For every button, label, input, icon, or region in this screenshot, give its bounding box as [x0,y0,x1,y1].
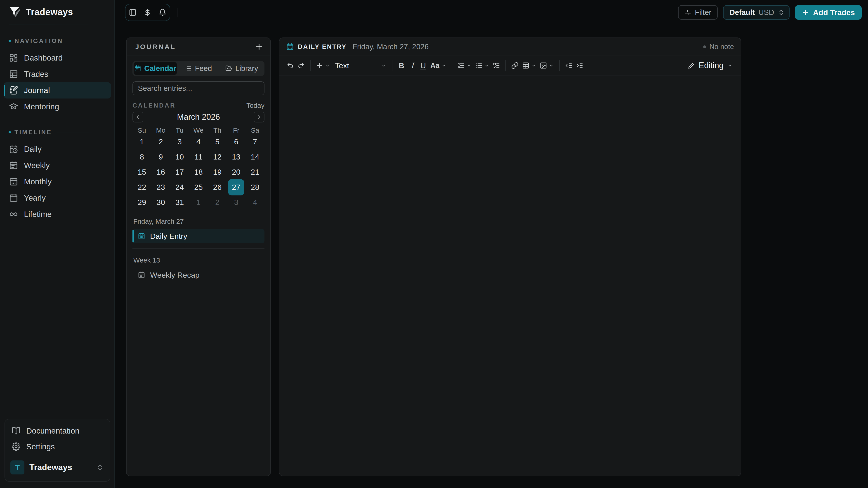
redo-icon [298,62,305,69]
tab-label: Calendar [144,64,176,73]
prev-month-button[interactable] [132,111,143,123]
calendar-day[interactable]: 12 [208,149,227,164]
account-name: Default [730,8,755,17]
account-selector[interactable]: Default USD [723,5,789,20]
calendar-day[interactable]: 28 [246,180,265,195]
calendar-day[interactable]: 5 [208,134,227,149]
calendar-day[interactable]: 29 [132,195,151,210]
bullet-list-button[interactable] [473,59,491,72]
checklist-button[interactable] [491,59,502,72]
sidebar-item-documentation[interactable]: Documentation [8,423,107,439]
calendar-day[interactable]: 26 [208,180,227,195]
search-box [132,81,265,95]
image-button[interactable] [538,59,556,72]
calendar-day[interactable]: 1 [189,195,208,210]
calendar-day[interactable]: 16 [151,164,170,180]
underline-button[interactable]: U [418,59,429,72]
text-format-menu[interactable]: Aa [429,59,448,72]
list-icon [185,65,192,72]
calendar-day[interactable]: 1 [132,134,151,149]
sidebar-item-label: Weekly [24,161,50,170]
sidebar-item-trades[interactable]: Trades [4,66,111,82]
italic-button[interactable]: I [407,59,418,72]
editor-toolbar: Text B I U Aa [279,56,741,75]
chevron-down-icon [531,63,536,68]
tab-calendar[interactable]: Calendar [133,62,177,75]
status-dot [703,45,706,48]
ordered-list-button[interactable] [456,59,473,72]
dashboard-icon [9,53,18,62]
entry-label: Weekly Recap [150,271,199,280]
notifications-button[interactable] [155,4,170,21]
calendar-day[interactable]: 25 [189,180,208,195]
calendar-day[interactable]: 15 [132,164,151,180]
calendar-day[interactable]: 2 [208,195,227,210]
calendar-day[interactable]: 19 [208,164,227,180]
editor-content[interactable] [279,75,741,476]
add-trades-button[interactable]: Add Trades [795,5,862,20]
link-button[interactable] [509,59,520,72]
sidebar-item-weekly[interactable]: Weekly [4,157,111,173]
calendar-day-header: Sa [246,127,265,134]
calendar-day[interactable]: 27 [227,180,246,195]
calendar-day[interactable]: 24 [170,180,189,195]
bold-button[interactable]: B [396,59,407,72]
month-title: March 2026 [143,112,254,122]
calendar-day[interactable]: 10 [170,149,189,164]
panel-toggle-button[interactable] [125,4,140,21]
calendar-day[interactable]: 4 [246,195,265,210]
calendar-day[interactable]: 23 [151,180,170,195]
calendar-section-label: CALENDAR [132,102,176,109]
sidebar-item-lifetime[interactable]: Lifetime [4,206,111,222]
calendar-day[interactable]: 11 [189,149,208,164]
calendar-day[interactable]: 22 [132,180,151,195]
filter-button[interactable]: Filter [678,5,718,20]
tab-library[interactable]: Library [220,62,264,75]
calendar-day[interactable]: 6 [227,134,246,149]
sidebar-item-monthly[interactable]: Monthly [4,173,111,190]
workspace-switcher[interactable]: T Tradeways [8,458,107,477]
sidebar-item-daily[interactable]: Daily [4,141,111,157]
calendar-day[interactable]: 30 [151,195,170,210]
calendar-day[interactable]: 20 [227,164,246,180]
calendar-day[interactable]: 21 [246,164,265,180]
calendar-day[interactable]: 14 [246,149,265,164]
sidebar-item-dashboard[interactable]: Dashboard [4,50,111,66]
today-button[interactable]: Today [246,102,265,109]
calendar-day[interactable]: 17 [170,164,189,180]
tab-feed[interactable]: Feed [177,62,220,75]
calendar-day[interactable]: 7 [246,134,265,149]
sidebar-item-journal[interactable]: Journal [4,82,111,98]
entry-daily-entry[interactable]: Daily Entry [132,229,265,243]
table-button[interactable] [520,59,538,72]
section-dot [8,40,11,42]
currency-button[interactable] [141,4,155,21]
sidebar-item-mentoring[interactable]: Mentoring [4,98,111,115]
search-input[interactable] [138,84,259,93]
calendar-day[interactable]: 2 [151,134,170,149]
next-month-button[interactable] [254,111,265,123]
sidebar-item-yearly[interactable]: Yearly [4,190,111,206]
undo-button[interactable] [285,59,296,72]
outdent-button[interactable] [563,59,574,72]
calendar-day[interactable]: 4 [189,134,208,149]
block-type-select[interactable]: Text [332,59,388,72]
calendar-day[interactable]: 13 [227,149,246,164]
calendar-day-header: Su [132,127,151,134]
sidebar-item-label: Yearly [24,193,46,202]
calendar-day-header: Mo [151,127,170,134]
calendar-day[interactable]: 3 [227,195,246,210]
new-entry-plus-button[interactable] [254,42,264,51]
redo-button[interactable] [296,59,307,72]
calendar-day[interactable]: 31 [170,195,189,210]
calendar-day[interactable]: 9 [151,149,170,164]
calendar-day[interactable]: 18 [189,164,208,180]
insert-block-button[interactable] [314,59,332,72]
editor-mode-select[interactable]: Editing [685,59,735,72]
calendar-day[interactable]: 3 [170,134,189,149]
calendar-day[interactable]: 8 [132,149,151,164]
entry-weekly-recap[interactable]: Weekly Recap [132,268,265,282]
indent-button[interactable] [574,59,585,72]
sidebar-item-settings[interactable]: Settings [8,439,107,455]
entry-date: Friday, March 27, 2026 [352,42,429,51]
